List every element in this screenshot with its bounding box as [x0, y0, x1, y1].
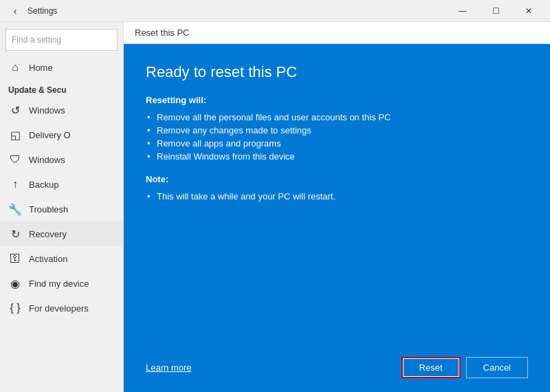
- search-placeholder: Find a setting: [12, 35, 61, 45]
- dialog-buttons: Reset Cancel: [402, 357, 528, 378]
- sidebar-item-label: Windows: [29, 155, 65, 165]
- content-area: Recovery Reset this PC Ready to reset th…: [124, 22, 550, 392]
- sidebar-item-label: Find my device: [29, 279, 89, 289]
- bullet-2: Remove any changes made to settings: [146, 124, 528, 137]
- window-controls: — ☐ ✕: [447, 0, 544, 22]
- shield-icon: 🛡: [8, 153, 22, 166]
- sidebar-item-label: Troublesh: [29, 204, 68, 215]
- maximize-button[interactable]: ☐: [480, 0, 512, 22]
- dialog-overlay: Reset this PC Ready to reset this PC Res…: [124, 22, 550, 392]
- sidebar-item-home[interactable]: ⌂ Home: [0, 55, 123, 80]
- dialog-body: Ready to reset this PC Resetting will: R…: [124, 44, 550, 392]
- sidebar-item-label: Backup: [29, 179, 58, 190]
- reset-button[interactable]: Reset: [402, 357, 461, 378]
- title-bar: ‹ Settings — ☐ ✕: [0, 0, 550, 22]
- activation-icon: ⚿: [8, 252, 22, 265]
- sidebar-item-label: Recovery: [29, 229, 67, 239]
- app-body: Find a setting ⌂ Home Update & Secu ↺ Wi…: [0, 22, 550, 392]
- sidebar-item-recovery[interactable]: ↻ Recovery: [0, 221, 123, 246]
- backup-icon: ↑: [8, 178, 22, 190]
- sidebar-section-label: Update & Secu: [0, 80, 123, 98]
- minimize-button[interactable]: —: [447, 0, 478, 22]
- sidebar-item-activation[interactable]: ⚿ Activation: [0, 246, 123, 271]
- sidebar-item-troubleshoot[interactable]: 🔧 Troublesh: [0, 197, 123, 221]
- learn-more-link[interactable]: Learn more: [146, 362, 191, 373]
- recovery-icon: ↻: [8, 228, 22, 241]
- sidebar-item-backup[interactable]: ↑ Backup: [0, 172, 123, 197]
- sidebar-item-delivery[interactable]: ◱ Delivery O: [0, 122, 123, 147]
- sidebar-item-label: For developers: [29, 303, 89, 314]
- dialog-title-bar: Reset this PC: [124, 22, 550, 44]
- sidebar-item-label: Windows: [29, 105, 65, 116]
- note-label: Note:: [146, 174, 528, 184]
- back-button[interactable]: ‹: [6, 1, 25, 21]
- bullet-3: Remove all apps and programs: [146, 137, 528, 150]
- sidebar: Find a setting ⌂ Home Update & Secu ↺ Wi…: [0, 22, 124, 392]
- sidebar-item-label: Home: [29, 63, 53, 73]
- home-icon: ⌂: [8, 61, 22, 74]
- delivery-icon: ◱: [8, 129, 22, 142]
- back-icon: ‹: [14, 6, 17, 17]
- resetting-will-label: Resetting will:: [146, 95, 528, 105]
- close-button[interactable]: ✕: [513, 0, 544, 22]
- dialog-title: Reset this PC: [135, 28, 189, 38]
- sidebar-item-label: Delivery O: [29, 130, 71, 140]
- note-list: This will take a while and your PC will …: [146, 190, 528, 203]
- developers-icon: { }: [8, 302, 22, 314]
- find-device-icon: ◉: [8, 277, 22, 290]
- sidebar-item-windows-update[interactable]: ↺ Windows: [0, 98, 123, 122]
- bullet-4: Reinstall Windows from this device: [146, 150, 528, 163]
- note-bullet-1: This will take a while and your PC will …: [146, 190, 528, 203]
- troubleshoot-icon: 🔧: [8, 203, 22, 216]
- search-box[interactable]: Find a setting: [6, 29, 118, 51]
- sidebar-item-for-developers[interactable]: { } For developers: [0, 296, 123, 320]
- resetting-will-list: Remove all the personal files and user a…: [146, 111, 528, 163]
- cancel-button[interactable]: Cancel: [466, 357, 528, 378]
- dialog-heading: Ready to reset this PC: [146, 63, 528, 81]
- sidebar-item-find-my-device[interactable]: ◉ Find my device: [0, 271, 123, 296]
- bullet-1: Remove all the personal files and user a…: [146, 111, 528, 124]
- app-title: Settings: [28, 6, 57, 16]
- dialog-actions: Learn more Reset Cancel: [146, 349, 528, 378]
- sidebar-item-label: Activation: [29, 254, 67, 264]
- sidebar-item-windows-security[interactable]: 🛡 Windows: [0, 147, 123, 172]
- refresh-icon: ↺: [8, 104, 22, 117]
